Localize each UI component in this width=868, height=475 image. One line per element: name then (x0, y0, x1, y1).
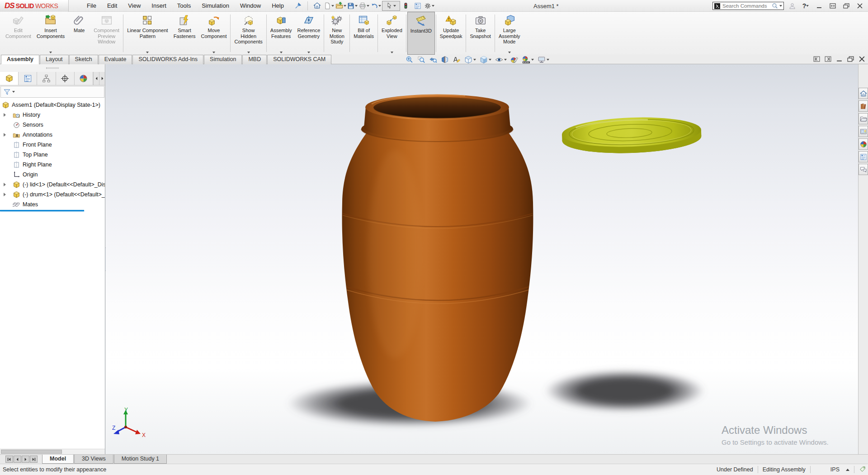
collapse-right-pane-icon[interactable] (825, 56, 831, 64)
new-document-button[interactable] (323, 1, 335, 11)
edit-appearance-icon[interactable] (509, 55, 520, 64)
rollback-bar[interactable] (0, 210, 84, 211)
tree-filter-bar[interactable] (0, 86, 104, 98)
view-settings-icon[interactable] (536, 55, 551, 64)
dropdown-caret[interactable] (247, 52, 250, 53)
menu-simulation[interactable]: Simulation (196, 0, 235, 11)
dropdown-caret[interactable] (212, 52, 215, 53)
doc-restore-button[interactable] (847, 56, 854, 64)
lid-model[interactable] (561, 115, 702, 156)
undo-button[interactable] (370, 1, 382, 11)
panel-grip[interactable] (0, 64, 105, 72)
tab-mbd[interactable]: MBD (242, 55, 267, 64)
select-tool-button[interactable] (382, 1, 400, 11)
units-selector[interactable]: IPS (830, 466, 840, 473)
custom-properties-icon[interactable] (859, 151, 868, 162)
home-icon[interactable] (859, 88, 868, 99)
apply-scene-icon[interactable] (521, 55, 535, 64)
dynamic-annotation-views-icon[interactable] (451, 55, 462, 64)
menu-file[interactable]: File (81, 0, 102, 11)
move-component-button[interactable]: Move Component (198, 12, 230, 55)
restore-button[interactable] (841, 1, 852, 11)
mate-button[interactable]: Mate (67, 12, 91, 55)
save-button[interactable] (347, 1, 359, 11)
close-button[interactable] (854, 1, 865, 11)
previous-view-icon[interactable] (428, 55, 439, 64)
tab-sketch[interactable]: Sketch (69, 55, 98, 64)
dropdown-caret[interactable] (49, 52, 52, 53)
file-properties-button[interactable] (412, 1, 424, 11)
tree-item-lid[interactable]: (-) lid<1> (Default<<Default>_Dis (0, 180, 105, 190)
tree-item-mates[interactable]: Mates (0, 200, 105, 209)
tag-icon[interactable] (859, 466, 866, 474)
displaymanager-tab[interactable] (75, 72, 93, 85)
exploded-view-button[interactable]: Exploded View (379, 12, 405, 55)
view-palette-icon[interactable] (859, 126, 868, 137)
span-displays-button[interactable] (827, 1, 838, 11)
last-tab-icon[interactable] (30, 456, 38, 463)
expand-arrow-icon[interactable] (4, 183, 8, 186)
search-icon[interactable] (772, 3, 778, 9)
design-library-icon[interactable] (859, 100, 868, 112)
menu-insert[interactable]: Insert (146, 0, 172, 11)
display-style-icon[interactable] (478, 55, 493, 64)
expand-arrow-icon[interactable] (4, 133, 8, 137)
hide-show-items-icon[interactable] (494, 55, 508, 64)
doc-minimize-button[interactable] (836, 56, 843, 64)
open-button[interactable] (335, 1, 347, 11)
drum-model[interactable] (342, 95, 533, 422)
tree-item-right-plane[interactable]: Right Plane (0, 160, 105, 170)
tab-model[interactable]: Model (42, 455, 74, 464)
expand-arrow-icon[interactable] (4, 113, 8, 117)
previous-tab-icon[interactable] (14, 456, 21, 463)
forum-icon[interactable] (859, 164, 868, 175)
tree-item-root[interactable]: Assem1 (Default<Display State-1>) (0, 100, 105, 110)
tab-3d-views[interactable]: 3D Views (74, 455, 113, 464)
graphics-viewport[interactable]: Y X Z Activate Windows Go to Settings to… (106, 64, 868, 454)
search-commands-box[interactable] (712, 2, 784, 10)
linear-component-pattern-button[interactable]: Linear Component Pattern (124, 12, 171, 55)
show-hidden-components-button[interactable]: Show Hidden Components (231, 12, 265, 55)
configurationmanager-tab[interactable] (37, 72, 56, 85)
tree-item-drum[interactable]: (-) drum<1> (Default<<Default>_ (0, 190, 105, 200)
bill-of-materials-button[interactable]: Bill of Materials (351, 12, 377, 55)
next-tab-icon[interactable] (22, 456, 29, 463)
zoom-to-fit-icon[interactable] (404, 55, 415, 64)
expand-arrow-icon[interactable] (4, 193, 8, 196)
view-orientation-icon[interactable] (463, 55, 477, 64)
dropdown-caret[interactable] (307, 52, 310, 53)
help-button[interactable]: ? (800, 1, 811, 11)
tree-item-top-plane[interactable]: Top Plane (0, 150, 105, 160)
instant3d-button[interactable]: Instant3D (407, 12, 435, 55)
new-motion-study-button[interactable]: New Motion Study (325, 12, 349, 55)
tab-solidworks-add-ins[interactable]: SOLIDWORKS Add-Ins (132, 55, 203, 64)
tree-item-front-plane[interactable]: Front Plane (0, 140, 105, 150)
dimxpertmanager-tab[interactable] (56, 72, 75, 85)
login-icon[interactable] (787, 1, 797, 11)
options-button[interactable] (424, 1, 435, 11)
tab-layout[interactable]: Layout (40, 55, 69, 64)
tab-motion-study-1[interactable]: Motion Study 1 (114, 455, 167, 464)
tab-evaluate[interactable]: Evaluate (99, 55, 132, 64)
menu-view[interactable]: View (123, 0, 146, 11)
scrollbar-thumb[interactable] (1, 450, 62, 454)
minimize-button[interactable] (814, 1, 825, 11)
large-assembly-mode-button[interactable]: Large Assembly Mode (496, 12, 523, 55)
print-button[interactable] (359, 1, 370, 11)
appearances-icon[interactable] (859, 138, 868, 150)
dropdown-caret[interactable] (146, 52, 149, 53)
take-snapshot-button[interactable]: Take Snapshot (467, 12, 493, 55)
featuremanager-tree-tab[interactable] (0, 72, 19, 85)
collapse-left-pane-icon[interactable] (813, 56, 820, 64)
menu-edit[interactable]: Edit (102, 0, 123, 11)
dropdown-caret[interactable] (280, 52, 283, 53)
first-tab-icon[interactable] (5, 456, 13, 463)
home-button[interactable] (311, 1, 323, 11)
tree-item-origin[interactable]: Origin (0, 170, 105, 180)
reference-geometry-button[interactable]: Reference Geometry (295, 12, 323, 55)
file-explorer-icon[interactable] (859, 113, 868, 124)
smart-fasteners-button[interactable]: Smart Fasteners (171, 12, 198, 55)
panel-horizontal-scrollbar[interactable] (0, 449, 105, 454)
rebuild-button[interactable] (400, 1, 412, 11)
filter-dropdown-caret[interactable] (12, 91, 15, 93)
